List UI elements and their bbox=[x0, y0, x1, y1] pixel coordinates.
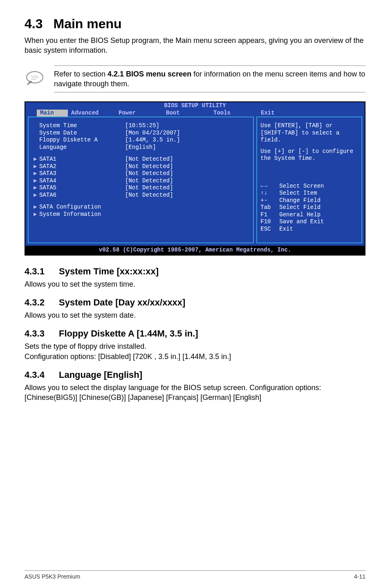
note-bold: 4.2.1 BIOS menu screen bbox=[108, 70, 191, 78]
subsection-number: 4.3.3 bbox=[25, 328, 48, 339]
bios-row-value: [Not Detected] bbox=[125, 177, 173, 185]
bios-row-label: SATA4 bbox=[39, 177, 125, 185]
bios-row[interactable]: ▶SATA6[Not Detected] bbox=[34, 192, 248, 199]
bios-row[interactable]: ▶SATA3[Not Detected] bbox=[34, 170, 248, 177]
bios-tab-power[interactable]: Power bbox=[115, 110, 163, 117]
bios-hint-key: +- bbox=[260, 197, 279, 204]
submenu-arrow-icon: ▶ bbox=[34, 184, 39, 192]
bios-row[interactable]: ▶SATA Configuration bbox=[34, 204, 248, 211]
bios-row-value: [Not Detected] bbox=[125, 170, 173, 177]
bios-hint-desc: General Help bbox=[279, 211, 358, 219]
bios-tab-exit[interactable]: Exit bbox=[258, 110, 305, 117]
bios-row-label: SATA3 bbox=[39, 170, 125, 177]
section-heading: 4.3Main menu bbox=[25, 16, 365, 31]
bios-footer: v02.58 (C)Copyright 1985-2007, American … bbox=[25, 246, 365, 255]
bios-row[interactable]: Language[English] bbox=[34, 144, 248, 151]
bios-hint-desc: Select Item bbox=[279, 190, 358, 197]
submenu-arrow-icon: ▶ bbox=[34, 170, 39, 177]
bios-row[interactable]: System Date[Mon 04/23/2007] bbox=[34, 130, 248, 137]
page-footer: ASUS P5K3 Premium 4-11 bbox=[25, 570, 365, 580]
svg-point-0 bbox=[27, 72, 43, 83]
submenu-arrow-icon: ▶ bbox=[34, 204, 39, 211]
bios-row-label: SATA1 bbox=[39, 156, 125, 163]
bios-hint-key: F1 bbox=[260, 211, 279, 219]
bios-tab-tools[interactable]: Tools bbox=[210, 110, 258, 117]
bios-tab-bar: MainAdvancedPowerBootToolsExit bbox=[25, 110, 365, 117]
note-block: Refer to section 4.2.1 BIOS menu screen … bbox=[25, 63, 365, 97]
bios-hint-row: F10Save and Exit bbox=[260, 218, 358, 226]
bios-row[interactable]: ▶SATA2[Not Detected] bbox=[34, 163, 248, 171]
bios-screenshot: BIOS SETUP UTILITY MainAdvancedPowerBoot… bbox=[25, 101, 365, 256]
bios-hint-key: Tab bbox=[260, 204, 279, 211]
bios-left-pane: System Time[10:55:25]System Date[Mon 04/… bbox=[28, 117, 254, 243]
submenu-arrow-icon: ▶ bbox=[34, 192, 39, 199]
bios-title: BIOS SETUP UTILITY bbox=[25, 102, 365, 110]
submenu-arrow-icon: ▶ bbox=[34, 211, 39, 218]
bios-row-label: SATA5 bbox=[39, 184, 125, 192]
bios-row[interactable]: Floppy Diskette A[1.44M, 3.5 in.] bbox=[34, 137, 248, 144]
section-number: 4.3 bbox=[25, 16, 43, 31]
bios-row-label: System Date bbox=[39, 130, 125, 137]
bios-row-label: Floppy Diskette A bbox=[39, 137, 125, 144]
subsection-body: Allows you to select the display languag… bbox=[25, 383, 365, 403]
bios-row-value: [Mon 04/23/2007] bbox=[125, 130, 180, 137]
subsection-title: Floppy Diskette A [1.44M, 3.5 in.] bbox=[59, 328, 198, 339]
note-text: Refer to section 4.2.1 BIOS menu screen … bbox=[54, 65, 365, 93]
submenu-arrow-icon: ▶ bbox=[34, 156, 39, 163]
submenu-arrow-icon: ▶ bbox=[34, 177, 39, 185]
bios-row-value: [Not Detected] bbox=[125, 163, 173, 171]
submenu-arrow-icon bbox=[34, 137, 39, 144]
bios-row-label: SATA Configuration bbox=[39, 204, 125, 211]
subsection-number: 4.3.1 bbox=[25, 266, 48, 277]
bios-row[interactable]: ▶SATA1[Not Detected] bbox=[34, 156, 248, 163]
bios-row-value: [Not Detected] bbox=[125, 156, 173, 163]
bios-hint-desc: Select Screen bbox=[279, 183, 358, 190]
footer-right: 4-11 bbox=[354, 573, 365, 580]
bios-tab-advanced[interactable]: Advanced bbox=[68, 110, 115, 117]
subsection-body: Sets the type of floppy drive installed.… bbox=[25, 341, 365, 361]
bios-hint-key: ↑↓ bbox=[260, 190, 279, 197]
bios-tab-boot[interactable]: Boot bbox=[163, 110, 210, 117]
subsection-body: Allows you to set the system time. bbox=[25, 279, 365, 289]
bios-hint-row: F1General Help bbox=[260, 211, 358, 219]
bios-row-value: [10:55:25] bbox=[125, 122, 159, 130]
subsection-body: Allows you to set the system date. bbox=[25, 310, 365, 320]
bios-hint-key: F10 bbox=[260, 218, 279, 226]
bios-row-value: [Not Detected] bbox=[125, 184, 173, 192]
subsection-number: 4.3.4 bbox=[25, 370, 48, 380]
bios-row-label: Language bbox=[39, 144, 125, 151]
submenu-arrow-icon bbox=[34, 144, 39, 151]
bios-row-label: System Information bbox=[39, 211, 125, 218]
footer-left: ASUS P5K3 Premium bbox=[25, 573, 80, 580]
subsection-heading: 4.3.4Language [English] bbox=[25, 370, 365, 380]
bios-hint-desc: Select Field bbox=[279, 204, 358, 211]
bios-hints-list: ←→Select Screen↑↓Select Item+-Change Fie… bbox=[260, 183, 358, 233]
bios-row[interactable]: ▶SATA5[Not Detected] bbox=[34, 184, 248, 192]
subsection-heading: 4.3.1System Time [xx:xx:xx] bbox=[25, 266, 365, 277]
bios-tab-main[interactable]: Main bbox=[37, 110, 68, 117]
section-intro: When you enter the BIOS Setup program, t… bbox=[25, 36, 365, 56]
bios-hint-desc: Save and Exit bbox=[279, 218, 358, 226]
bios-row-label: SATA2 bbox=[39, 163, 125, 171]
bios-help-text-2: Use [+] or [-] to configure the System T… bbox=[260, 148, 358, 162]
subsection-title: Language [English] bbox=[59, 370, 142, 380]
bios-row-value: [English] bbox=[125, 144, 156, 151]
submenu-arrow-icon: ▶ bbox=[34, 163, 39, 171]
bios-row[interactable]: ▶System Information bbox=[34, 211, 248, 218]
section-title-text: Main menu bbox=[53, 16, 121, 31]
bios-hint-row: ↑↓Select Item bbox=[260, 190, 358, 197]
subsection-heading: 4.3.3Floppy Diskette A [1.44M, 3.5 in.] bbox=[25, 328, 365, 339]
bios-row[interactable]: ▶SATA4[Not Detected] bbox=[34, 177, 248, 185]
bios-hint-row: +-Change Field bbox=[260, 197, 358, 204]
subsection-title: System Date [Day xx/xx/xxxx] bbox=[59, 297, 185, 307]
bios-row-value: [Not Detected] bbox=[125, 192, 173, 199]
bios-row[interactable]: System Time[10:55:25] bbox=[34, 122, 248, 130]
submenu-arrow-icon bbox=[34, 122, 39, 130]
bios-row-label: System Time bbox=[39, 122, 125, 130]
bios-hint-row: ESCExit bbox=[260, 226, 358, 233]
bios-hint-key: ESC bbox=[260, 226, 279, 233]
bios-row-value: [1.44M, 3.5 in.] bbox=[125, 137, 180, 144]
bios-row-label: SATA6 bbox=[39, 192, 125, 199]
note-icon bbox=[25, 65, 47, 89]
submenu-arrow-icon bbox=[34, 130, 39, 137]
